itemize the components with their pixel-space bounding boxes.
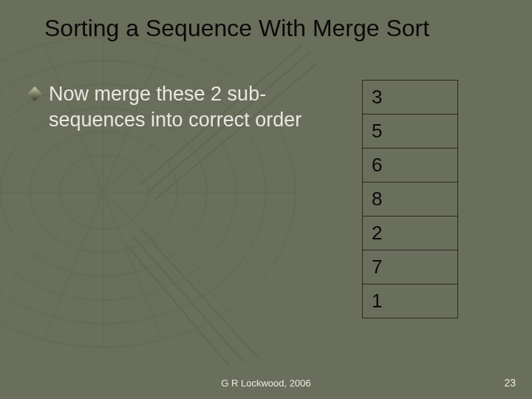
svg-point-3: [0, 108, 207, 276]
table-cell: 2: [363, 216, 458, 250]
svg-point-4: [30, 132, 177, 253]
page-number: 23: [504, 377, 516, 389]
table-cell: 7: [363, 250, 458, 284]
table-row: 6: [363, 149, 458, 183]
table-cell: 8: [363, 183, 458, 216]
slide-title: Sorting a Sequence With Merge Sort: [44, 15, 517, 42]
bullet-text: Now merge these 2 sub-sequences into cor…: [49, 81, 322, 133]
table-cell: 6: [363, 149, 458, 183]
svg-line-15: [133, 236, 244, 362]
table-row: 3: [363, 81, 458, 115]
sequence-table: 3 5 6 8 2 7 1: [362, 80, 458, 318]
table-cell: 3: [363, 81, 458, 115]
table-row: 5: [363, 115, 458, 149]
svg-point-5: [59, 155, 148, 229]
footer-credit: G R Lockwood, 2006: [0, 378, 532, 389]
table-cell: 1: [363, 284, 458, 318]
table-row: 7: [363, 250, 458, 284]
svg-line-16: [126, 244, 229, 366]
table-cell: 5: [363, 115, 458, 149]
diamond-bullet-icon: [27, 86, 42, 101]
table-row: 2: [363, 216, 458, 250]
table-row: 8: [363, 183, 458, 216]
svg-line-17: [140, 229, 259, 358]
table-row: 1: [363, 284, 458, 318]
